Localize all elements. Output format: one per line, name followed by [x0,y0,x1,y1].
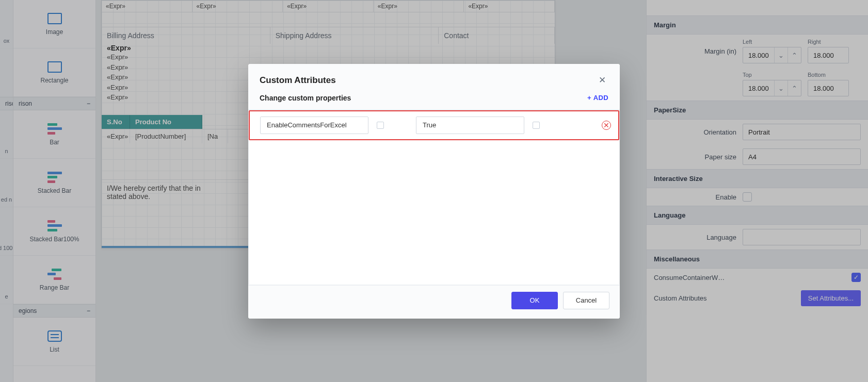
modal-title: Custom Attributes [260,75,336,86]
add-attribute-button[interactable]: + ADD [587,94,608,102]
modal-subtitle: Change custom properties [260,94,351,102]
attribute-name-checkbox[interactable] [377,122,384,129]
delete-attribute-icon[interactable]: ✕ [602,121,611,130]
ok-button[interactable]: OK [511,292,558,309]
custom-attributes-modal: Custom Attributes ✕ Change custom proper… [248,64,620,319]
attribute-value-checkbox[interactable] [533,122,540,129]
attribute-value-input[interactable] [416,117,524,134]
attributes-list: ✕ [248,110,620,285]
attribute-name-input[interactable] [260,117,368,134]
close-icon[interactable]: ✕ [596,74,608,87]
attribute-row: ✕ [249,110,619,140]
cancel-button[interactable]: Cancel [563,292,609,309]
